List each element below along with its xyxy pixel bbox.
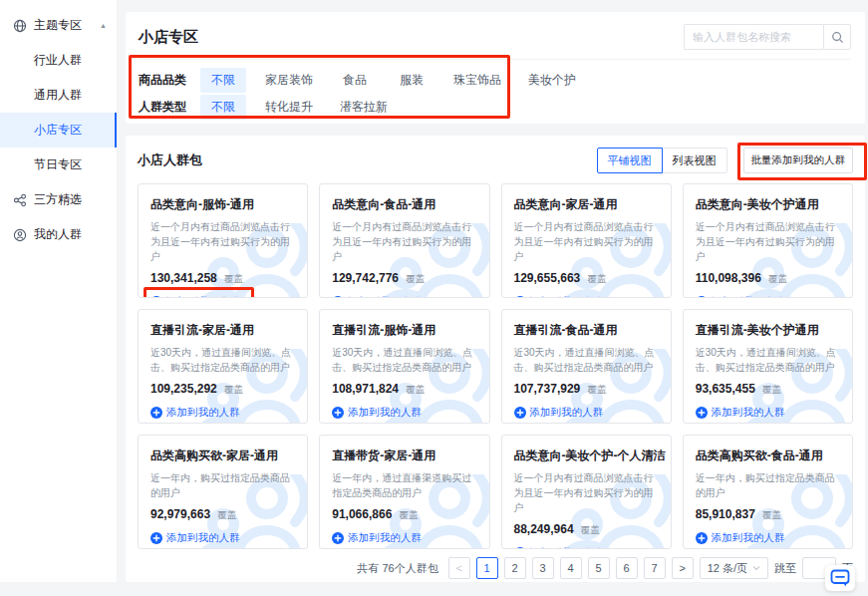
card-description: 近一个月内有过商品浏览点击行为且近一年内有过购买行为的用户	[514, 470, 659, 515]
audience-card: 直播引流-食品-通用 近30天内，通过直播间浏览、点击、购买过指定品类商品的用户…	[501, 309, 672, 424]
tile-view-button[interactable]: 平铺视图	[597, 148, 663, 173]
coverage-value: 129,742,776	[332, 271, 399, 285]
add-label: 添加到我的人群	[530, 546, 604, 549]
add-label: 添加到我的人群	[348, 406, 422, 420]
page-number-button[interactable]: 5	[588, 557, 610, 579]
page-number-button[interactable]: 1	[476, 557, 498, 579]
page-number-button[interactable]: 6	[616, 557, 638, 579]
filters-area: 商品品类 不限 家居装饰 食品 服装 珠宝饰品 美妆个护	[139, 68, 851, 120]
search-input[interactable]	[684, 24, 823, 50]
filter-option[interactable]: 珠宝饰品	[445, 68, 509, 93]
page-number-button[interactable]: 2	[504, 557, 526, 579]
card-title: 品类意向-食品-通用	[332, 196, 476, 213]
next-page-button[interactable]: >	[672, 557, 694, 579]
sidebar-item[interactable]: 小店专区	[0, 113, 117, 148]
card-title: 直播引流-食品-通用	[514, 322, 659, 339]
add-label: 添加到我的人群	[712, 406, 785, 420]
coverage-label: 覆盖	[400, 509, 419, 520]
card-description: 近一个月内有过商品浏览点击行为且近一年内有过购买行为的用户	[332, 219, 476, 264]
card-title: 品类高购买欲-食品-通用	[696, 447, 840, 464]
add-to-my-audience-link[interactable]: 添加到我的人群	[696, 406, 785, 420]
sidebar-item[interactable]: 通用人群	[0, 78, 117, 113]
plus-circle-icon	[514, 296, 526, 298]
sidebar-item-my-audience[interactable]: 我的人群	[0, 217, 117, 252]
add-to-my-audience-link[interactable]: 添加到我的人群	[150, 295, 240, 298]
add-label: 添加到我的人群	[166, 295, 240, 298]
coverage-label: 覆盖	[224, 273, 243, 284]
add-to-my-audience-link[interactable]: 添加到我的人群	[332, 531, 422, 545]
coverage-label: 覆盖	[218, 509, 237, 520]
audience-card: 直播引流-服饰-通用 近30天内，通过直播间浏览、点击、购买过指定品类商品的用户…	[319, 309, 489, 424]
filter-option[interactable]: 食品	[332, 68, 378, 93]
card-description: 近一年内，购买过指定品类商品的用户	[696, 470, 840, 500]
sidebar-group-theme-zone[interactable]: 主题专区 ▲	[0, 8, 117, 43]
page-number-button[interactable]: 7	[644, 557, 666, 579]
coverage-label: 覆盖	[224, 384, 243, 395]
audience-card: 品类高购买欲-家居-通用 近一年内，购买过指定品类商品的用户 92,979,66…	[138, 435, 308, 549]
coverage-label: 覆盖	[406, 384, 425, 395]
prev-page-button[interactable]: <	[448, 557, 470, 579]
chat-feedback-button[interactable]	[825, 565, 855, 591]
add-to-my-audience-link[interactable]: 添加到我的人群	[514, 406, 604, 420]
card-coverage: 129,655,663 覆盖	[514, 268, 659, 286]
filter-option[interactable]: 家居装饰	[257, 68, 321, 93]
share-nodes-icon	[13, 193, 27, 207]
coverage-value: 91,066,866	[332, 507, 392, 521]
page-number-button[interactable]: 3	[532, 557, 554, 579]
batch-add-button[interactable]: 批量添加到我的人群	[743, 148, 854, 173]
message-bubble-icon	[830, 569, 850, 587]
coverage-label: 覆盖	[762, 384, 781, 395]
sidebar-item[interactable]: 行业人群	[0, 43, 117, 78]
coverage-value: 85,910,837	[696, 507, 755, 521]
filter-option[interactable]: 美妆个护	[520, 68, 584, 93]
add-to-my-audience-wrap: 添加到我的人群	[332, 294, 422, 298]
sidebar-item[interactable]: 节日专区	[0, 148, 117, 182]
filter-option[interactable]: 不限	[200, 68, 246, 93]
batch-add-wrap: 批量添加到我的人群	[743, 148, 854, 173]
filter-option[interactable]: 潜客拉新	[332, 95, 396, 120]
card-title: 品类意向-美妆个护-个人清洁	[514, 447, 659, 464]
add-label: 添加到我的人群	[712, 295, 785, 298]
card-description: 近30天内，通过直播间浏览、点击、购买过指定品类商品的用户	[150, 345, 295, 375]
add-to-my-audience-link[interactable]: 添加到我的人群	[332, 406, 422, 420]
add-label: 添加到我的人群	[712, 531, 785, 545]
add-to-my-audience-wrap: 添加到我的人群	[696, 405, 785, 423]
filter-option[interactable]: 转化提升	[257, 95, 321, 120]
section-title: 小店人群包	[138, 151, 202, 169]
page-size-select[interactable]: 12 条/页	[700, 557, 768, 579]
page-number-button[interactable]: 4	[560, 557, 582, 579]
coverage-label: 覆盖	[588, 273, 607, 284]
coverage-value: 88,249,964	[514, 522, 574, 536]
card-description: 近一个月内有过商品浏览点击行为且近一年内有过购买行为的用户	[514, 219, 659, 264]
add-to-my-audience-link[interactable]: 添加到我的人群	[514, 295, 604, 298]
filter-option[interactable]: 不限	[200, 95, 246, 120]
list-view-button[interactable]: 列表视图	[662, 148, 727, 173]
plus-circle-icon	[696, 407, 708, 419]
coverage-value: 110,098,396	[696, 271, 761, 285]
pagination: 共有 76个人群包 < 1 2 3 4 5 6 7 >	[138, 549, 853, 583]
audience-card: 品类意向-服饰-通用 近一个月内有过商品浏览点击行为且近一年内有过购买行为的用户…	[138, 183, 308, 298]
audience-card: 品类意向-美妆个护通用 近一个月内有过商品浏览点击行为且近一年内有过购买行为的用…	[683, 183, 853, 298]
jump-to-label: 跳至	[774, 561, 796, 576]
sidebar-item-label: 节日专区	[34, 157, 82, 171]
add-to-my-audience-link[interactable]: 添加到我的人群	[332, 295, 422, 298]
add-label: 添加到我的人群	[348, 531, 422, 545]
sidebar-item-label: 通用人群	[34, 88, 82, 102]
card-coverage: 85,910,837 覆盖	[696, 504, 840, 522]
sidebar-item-third-party[interactable]: 三方精选	[0, 182, 117, 217]
add-to-my-audience-link[interactable]: 添加到我的人群	[150, 406, 240, 420]
card-coverage: 110,098,396 覆盖	[696, 268, 840, 286]
search-button[interactable]	[823, 24, 851, 50]
filter-option[interactable]: 服装	[389, 68, 434, 93]
add-to-my-audience-link[interactable]: 添加到我的人群	[696, 531, 785, 545]
add-to-my-audience-link[interactable]: 添加到我的人群	[150, 531, 240, 545]
coverage-value: 130,341,258	[150, 271, 217, 285]
add-label: 添加到我的人群	[166, 406, 240, 420]
caret-up-icon[interactable]: ▲	[100, 22, 107, 29]
coverage-value: 93,635,455	[696, 382, 755, 396]
plus-circle-icon	[514, 407, 526, 419]
coverage-value: 107,737,929	[514, 382, 581, 396]
add-label: 添加到我的人群	[530, 406, 604, 420]
add-to-my-audience-link[interactable]: 添加到我的人群	[696, 295, 785, 298]
add-to-my-audience-link[interactable]: 添加到我的人群	[514, 546, 604, 549]
